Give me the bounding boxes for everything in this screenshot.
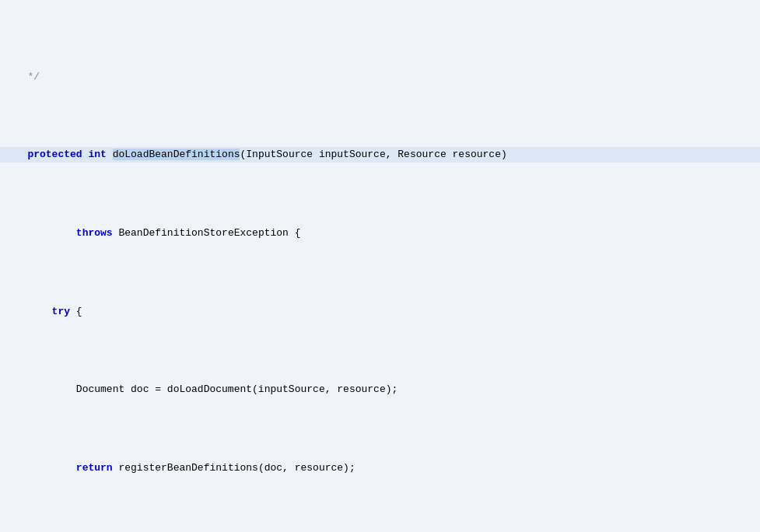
code-line-5: Document doc = doLoadDocument(inputSourc…: [0, 382, 760, 397]
code-container: */ protected int doLoadBeanDefinitions(I…: [0, 0, 760, 532]
code-line-3: throws BeanDefinitionStoreException {: [0, 226, 760, 241]
code-line-2: protected int doLoadBeanDefinitions(Inpu…: [0, 147, 760, 163]
code-line-1: */: [0, 69, 760, 85]
code-block: */ protected int doLoadBeanDefinitions(I…: [0, 0, 760, 532]
code-line-6: return registerBeanDefinitions(doc, reso…: [0, 460, 760, 476]
code-line-4: try {: [0, 304, 760, 320]
